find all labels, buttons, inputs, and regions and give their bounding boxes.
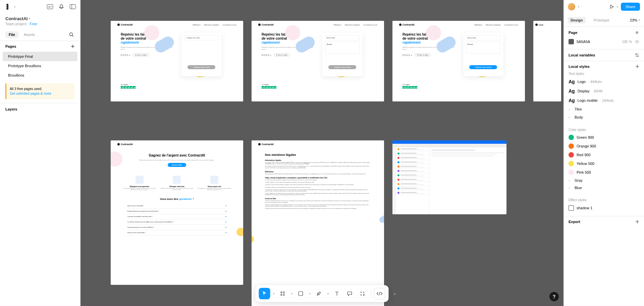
page-item[interactable]: Prototype Final [3, 52, 77, 61]
pen-tool[interactable] [313, 288, 325, 299]
zoom-control[interactable]: 23% ▾ [630, 18, 640, 22]
color-swatch [569, 170, 574, 175]
page-item[interactable]: Prototype Brouillons [3, 61, 77, 71]
plan-badge[interactable]: Free [30, 22, 37, 26]
chevron-down-icon[interactable]: ▾ [14, 5, 15, 8]
tab-file[interactable]: File [5, 31, 18, 38]
frame-tool-dropdown[interactable]: ▾ [290, 292, 294, 295]
tools-toolbar: ▾ ▾ ▾ ▾ » [256, 285, 389, 302]
text-style-item[interactable]: AgLogo mobile· 24/Auto [569, 96, 639, 105]
color-style-item[interactable]: Green 900 [569, 133, 639, 142]
frame-fichier[interactable]: fichier ContractAIAffiliationMentions lé… [252, 21, 384, 101]
shape-tool[interactable] [295, 288, 307, 299]
page-section-header: Page [569, 31, 577, 35]
chevron-down-icon[interactable]: ▾ [578, 5, 579, 8]
color-style-item[interactable]: Pink 500 [569, 168, 639, 177]
tab-assets[interactable]: Assets [24, 33, 35, 37]
effect-styles-header: Effect styles [569, 198, 639, 202]
banner-upgrade-link[interactable]: Get unlimited pages & more [10, 91, 71, 96]
frame-affiliation[interactable]: Affiliation ContractAI Gagnez de l'argen… [111, 140, 243, 285]
chevron-down-icon: ▾ [29, 17, 30, 20]
move-tool-dropdown[interactable]: ▾ [272, 292, 276, 295]
panel-toggle-icon[interactable] [69, 3, 76, 10]
color-swatch [569, 135, 574, 140]
color-swatch [569, 143, 574, 149]
svg-point-9 [636, 54, 637, 55]
svg-point-16 [361, 295, 362, 296]
frame-mail-client[interactable]: Mail [392, 140, 506, 214]
add-export-icon[interactable] [635, 220, 639, 224]
color-hex-value[interactable]: 5A5A5A [577, 40, 619, 44]
svg-point-11 [638, 56, 639, 57]
shape-tool-dropdown[interactable]: ▾ [308, 292, 312, 295]
visibility-icon[interactable] [635, 40, 639, 43]
present-icon[interactable] [609, 4, 614, 9]
svg-point-15 [363, 292, 364, 293]
effect-icon [569, 205, 574, 211]
color-style-folder[interactable]: ›Blue [569, 184, 639, 191]
color-styles-header: Color styles [569, 128, 639, 132]
color-style-folder[interactable]: ›Gray [569, 177, 639, 184]
svg-text:A?: A? [48, 5, 52, 8]
settings-icon[interactable] [635, 30, 639, 35]
banner-text: All 3 free pages used. [10, 87, 71, 91]
svg-line-5 [72, 36, 74, 37]
search-icon[interactable] [68, 31, 75, 38]
svg-point-14 [361, 292, 362, 293]
notifications-icon[interactable] [58, 3, 65, 10]
actions-tool[interactable] [357, 288, 368, 299]
layers-header[interactable]: Layers [0, 103, 80, 115]
svg-point-8 [637, 41, 638, 42]
keyboard-shortcuts-icon[interactable]: A? [47, 3, 53, 10]
pages-limit-banner: All 3 free pages used. Get unlimited pag… [5, 83, 75, 99]
toolbar-expand[interactable]: » [393, 291, 396, 296]
help-button[interactable]: ? [549, 292, 559, 301]
page-background-color[interactable]: 5A5A5A 100% [569, 38, 639, 46]
frame-tarif[interactable]: Tarif Contr... [533, 21, 561, 101]
frame-mail[interactable]: mail ContractAIAffiliationMentions légal… [392, 21, 525, 101]
project-name[interactable]: ContractAI ▾ [5, 16, 75, 21]
tab-design[interactable]: Design [568, 17, 586, 24]
dev-mode-toggle[interactable] [374, 288, 385, 299]
svg-rect-13 [299, 292, 303, 296]
add-style-icon[interactable] [635, 64, 639, 69]
text-style-item[interactable]: AgDisplay· 60/40 [569, 86, 639, 96]
variables-settings-icon[interactable] [635, 53, 639, 57]
color-swatch[interactable] [569, 39, 574, 44]
zoom-value: 23% [630, 18, 637, 22]
export-header[interactable]: Export [569, 220, 580, 224]
color-style-item[interactable]: Yellow 500 [569, 159, 639, 168]
svg-point-4 [70, 33, 73, 36]
page-item[interactable]: Brouillons [3, 71, 77, 80]
effect-style-item[interactable]: shadow 1 [569, 203, 639, 213]
frame-mentions[interactable]: Mentions légales ContractAI Nos mentions… [252, 140, 384, 306]
color-swatch [569, 161, 574, 166]
project-name-text: ContractAI [5, 16, 28, 21]
team-label[interactable]: Team project [5, 22, 26, 26]
text-style-item[interactable]: AgLogo· 44/Auto [569, 77, 639, 86]
comment-tool[interactable] [344, 288, 356, 299]
avatar[interactable] [568, 3, 575, 10]
frame-accueil[interactable]: Accueil ContractAIAffiliationMentions lé… [111, 21, 243, 101]
text-styles-header: Text styles [569, 72, 639, 76]
chevron-down-icon[interactable]: ▾ [617, 5, 618, 8]
share-button[interactable]: Share [621, 3, 640, 11]
svg-rect-2 [70, 5, 76, 9]
main-menu[interactable] [4, 3, 11, 10]
local-styles-header[interactable]: Local styles [569, 64, 590, 69]
pages-header[interactable]: Pages [5, 44, 16, 48]
canvas[interactable]: Accueil ContractAIAffiliationMentions lé… [80, 0, 564, 306]
svg-point-7 [637, 32, 637, 33]
pen-tool-dropdown[interactable]: ▾ [326, 292, 330, 295]
frame-tool[interactable] [277, 288, 288, 299]
text-style-folder[interactable]: ›Body [569, 113, 639, 121]
add-page-icon[interactable] [71, 44, 75, 48]
move-tool[interactable] [259, 288, 270, 299]
tab-prototype[interactable]: Prototype [591, 17, 612, 24]
text-style-folder[interactable]: ›Titre [569, 105, 639, 113]
color-swatch [569, 152, 574, 158]
local-variables-header[interactable]: Local variables [569, 53, 595, 57]
color-style-item[interactable]: Orange 900 [569, 142, 639, 150]
color-style-item[interactable]: Red 900 [569, 150, 639, 159]
text-tool[interactable] [331, 288, 343, 299]
